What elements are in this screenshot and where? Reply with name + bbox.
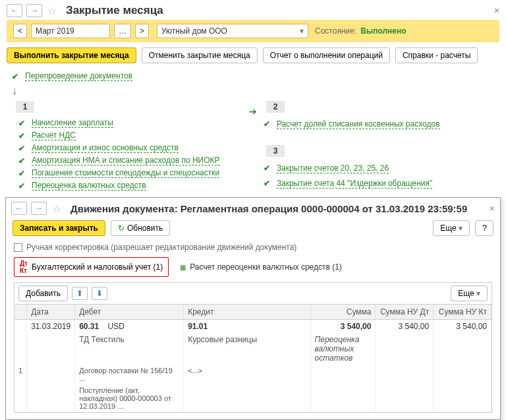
op-vat-link[interactable]: Расчет НДС (32, 131, 76, 140)
op-reconduct-link[interactable]: Перепроведение документов (25, 71, 132, 81)
nav-back-button[interactable]: ← (7, 4, 22, 17)
step-1-badge: 1 (16, 101, 34, 113)
op-revalue-link[interactable]: Переоценка валютных средств (32, 181, 146, 191)
sub-tabs: ДтКт Бухгалтерский и налоговый учет (1) … (11, 257, 495, 282)
check-icon: ✔ (18, 181, 26, 191)
check-icon: ✔ (12, 72, 20, 81)
grid-header-row: Дата Дебет Кредит Сумма Сумма НУ Дт Сумм… (14, 305, 492, 320)
table-row[interactable]: 31.03.2019 60.31 USD 91.01 3 540,00 3 54… (14, 320, 492, 334)
state-label: Состояние: (315, 26, 356, 36)
op-spec-link[interactable]: Погашение стоимости спецодежды и спецосн… (32, 168, 219, 178)
move-down-button[interactable]: ⬇ (92, 287, 107, 300)
page-title: Закрытие месяца (66, 4, 163, 17)
check-icon: ✔ (18, 131, 26, 140)
grid-icon: ▦ (180, 264, 186, 271)
star-icon[interactable]: ☆ (52, 202, 61, 215)
refresh-button[interactable]: Обновить (111, 220, 170, 236)
col-sum[interactable]: Сумма (310, 305, 376, 320)
save-close-button[interactable]: Записать и закрыть (13, 220, 105, 236)
operations-report-button[interactable]: Отчет о выполнении операций (263, 47, 390, 63)
arrow-right-icon: ➔ (249, 102, 257, 121)
check-icon: ✔ (264, 164, 271, 173)
dtkt-icon: ДтКт (20, 260, 28, 274)
help-reports-button[interactable]: Справки - расчеты (395, 47, 478, 63)
cell-debit-sub1: ТД Текстиль (75, 333, 184, 365)
check-icon: ✔ (18, 169, 26, 178)
op-close-44-link[interactable]: Закрытие счета 44 "Издержки обращения" (277, 179, 432, 189)
manual-edit-line: Ручная корректировка (разрешает редактир… (11, 241, 495, 257)
table-row[interactable]: 1 Договор поставки № 156/19 ... <...> (14, 365, 492, 384)
op-close-20-link[interactable]: Закрытие счетов 20, 23, 25, 26 (277, 164, 389, 173)
cell-sum-nu-dt: 3 540,00 (376, 320, 434, 334)
step-3-badge: 3 (266, 145, 285, 157)
tab-accounting-label: Бухгалтерский и налоговый учет (1) (32, 262, 163, 272)
period-select-button[interactable]: … (114, 24, 131, 38)
run-close-month-button[interactable]: Выполнить закрытие месяца (7, 47, 136, 63)
movements-window: ← → ☆ Движения документа: Регламентная о… (5, 197, 501, 420)
star-icon[interactable]: ☆ (47, 5, 57, 17)
nav-forward-button[interactable]: → (26, 4, 42, 17)
more-button[interactable]: Еще ▾ (433, 220, 470, 236)
cell-sum: 3 540,00 (310, 320, 376, 334)
help-button[interactable]: ? (475, 220, 493, 236)
op-deprec-os-link[interactable]: Амортизация и износ основных средств (32, 143, 179, 153)
col-debit[interactable]: Дебет (75, 305, 184, 320)
check-icon: ✔ (264, 179, 271, 189)
cell-credit-sub2: <...> (184, 365, 310, 384)
sub-nav-back-button[interactable]: ← (11, 202, 27, 215)
grid-more-button[interactable]: Еще ▾ (451, 285, 488, 301)
check-icon: ✔ (18, 156, 26, 165)
col-credit[interactable]: Кредит (184, 305, 310, 320)
move-up-button[interactable]: ⬆ (72, 287, 88, 300)
check-icon: ✔ (264, 119, 271, 129)
tab-revalue-calc[interactable]: ▦ Расчет переоценки валютных средств (1) (174, 257, 348, 277)
tab-revalue-label: Расчет переоценки валютных средств (1) (190, 262, 342, 272)
main-toolbar: Выполнить закрытие месяца Отменить закры… (0, 42, 506, 70)
check-icon: ✔ (18, 119, 26, 128)
sub-toolbar: Записать и закрыть Обновить Еще ▾ ? (11, 215, 495, 241)
cancel-close-month-button[interactable]: Отменить закрытие месяца (142, 47, 258, 63)
dropdown-icon: ▾ (459, 224, 463, 233)
cell-sum-nu-kt: 3 540,00 (434, 320, 492, 334)
op-deprec-nma-link[interactable]: Амортизация НМА и списание расходов по Н… (32, 156, 220, 165)
close-icon[interactable]: × (494, 5, 499, 16)
op-indirect-link[interactable]: Расчет долей списания косвенных расходов (277, 119, 440, 129)
op-reconduct: ✔ Перепроведение документов (0, 70, 506, 82)
cell-credit-acc: 91.01 (184, 320, 310, 334)
step-2-badge: 2 (266, 101, 285, 113)
table-row[interactable]: Поступление (акт, накладная) 0000-000003… (14, 384, 492, 412)
cell-debit-acc: 60.31 USD (75, 320, 184, 334)
period-next-button[interactable]: > (135, 24, 149, 38)
col-sum-nu-kt[interactable]: Сумма НУ Кт (434, 305, 492, 320)
steps-area: 1 ✔Начисление зарплаты ✔Расчет НДС ✔Амор… (0, 100, 506, 192)
sub-title: Движения документа: Регламентная операци… (70, 203, 467, 214)
tab-accounting[interactable]: ДтКт Бухгалтерский и налоговый учет (1) (14, 257, 169, 277)
cell-debit-sub3: Поступление (акт, накладная) 0000-000003… (75, 384, 184, 412)
col-date[interactable]: Дата (27, 305, 75, 320)
org-field[interactable]: Уютный дом ООО ▾ (157, 24, 308, 38)
entries-grid: Дата Дебет Кредит Сумма Сумма НУ Дт Сумм… (14, 304, 492, 413)
column-2: 2 ✔Расчет долей списания косвенных расхо… (257, 100, 499, 192)
table-row[interactable]: ТД Текстиль Курсовые разницы Переоценка … (14, 333, 492, 365)
period-prev-button[interactable]: < (13, 24, 27, 38)
period-bar: < Март 2019 … > Уютный дом ООО ▾ Состоян… (7, 20, 499, 42)
dropdown-icon: ▾ (476, 289, 480, 298)
arrow-down-icon: ↓ (12, 82, 506, 100)
main-topbar: ← → ☆ Закрытие месяца × (0, 0, 506, 20)
step-arrow-right: ➔ (249, 100, 257, 192)
cell-credit-sub1: Курсовые разницы (184, 333, 310, 365)
cell-date: 31.03.2019 (27, 320, 75, 334)
dropdown-icon: ▾ (300, 26, 304, 36)
org-value: Уютный дом ООО (161, 26, 227, 36)
col-sum-nu-dt[interactable]: Сумма НУ Дт (376, 305, 434, 320)
op-salary-link[interactable]: Начисление зарплаты (32, 118, 113, 128)
sub-nav-forward-button[interactable]: → (31, 202, 47, 215)
manual-edit-checkbox[interactable] (14, 243, 22, 252)
manual-edit-label: Ручная корректировка (разрешает редактир… (26, 243, 296, 252)
cell-row-num: 1 (14, 365, 27, 384)
sub-topbar: ← → ☆ Движения документа: Регламентная о… (11, 202, 495, 215)
sub-close-icon[interactable]: × (490, 203, 495, 214)
period-field[interactable]: Март 2019 (31, 24, 110, 38)
check-icon: ✔ (18, 144, 26, 153)
add-row-button[interactable]: Добавить (18, 285, 68, 301)
